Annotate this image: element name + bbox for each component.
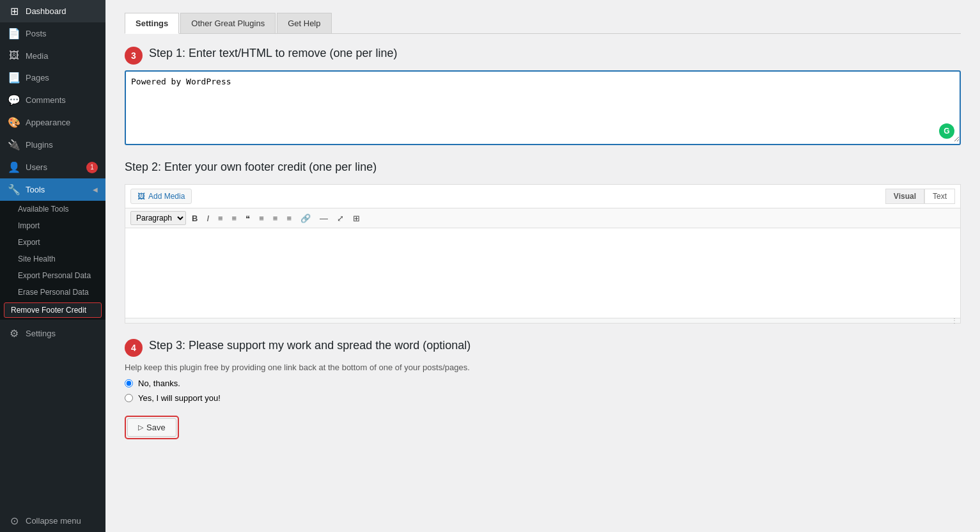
support-options: No, thanks. Yes, I will support you! — [125, 379, 961, 403]
option-yes-support[interactable]: Yes, I will support you! — [125, 393, 961, 403]
align-center-button[interactable]: ≡ — [270, 212, 281, 225]
italic-button[interactable]: I — [203, 212, 212, 225]
step2-section: Step 2: Enter your own footer credit (on… — [125, 160, 961, 324]
step1-textarea[interactable]: Powered by WordPress — [126, 72, 960, 142]
sidebar-item-comments[interactable]: 💬 Comments — [0, 89, 105, 111]
link-button[interactable]: 🔗 — [297, 212, 314, 225]
sidebar-item-import[interactable]: Import — [0, 217, 105, 234]
tab-text[interactable]: Text — [924, 189, 955, 204]
editor-view-tabs: Visual Text — [885, 189, 955, 204]
tab-settings[interactable]: Settings — [125, 13, 179, 34]
sidebar-item-posts[interactable]: 📄 Posts — [0, 22, 105, 45]
step3-title: Step 3: Please support my work and sprea… — [149, 339, 471, 352]
editor-content[interactable] — [125, 228, 960, 318]
pages-icon: 📃 — [8, 72, 20, 84]
sidebar-item-remove-footer[interactable]: Remove Footer Credit — [4, 302, 102, 318]
radio-yes-support[interactable] — [125, 394, 133, 402]
editor-toolbar: Paragraph B I ≡ ≡ ❝ ≡ ≡ ≡ 🔗 — ⤢ ⊞ — [125, 208, 960, 228]
posts-icon: 📄 — [8, 27, 20, 40]
option-no-thanks[interactable]: No, thanks. — [125, 379, 961, 388]
step2-header: Step 2: Enter your own footer credit (on… — [125, 160, 961, 182]
users-badge: 1 — [86, 162, 98, 173]
grammarly-icon: G — [939, 123, 954, 139]
editor-topbar: 🖼 Add Media Visual Text — [125, 185, 960, 208]
appearance-icon: 🎨 — [8, 116, 20, 129]
step1-textarea-wrapper: Powered by WordPress G — [125, 70, 961, 145]
sidebar-item-export[interactable]: Export — [0, 234, 105, 251]
sidebar-item-appearance[interactable]: 🎨 Appearance — [0, 111, 105, 134]
collapse-menu-button[interactable]: ⊙ Collapse menu — [0, 510, 105, 532]
sidebar-item-available-tools[interactable]: Available Tools — [0, 201, 105, 217]
bold-button[interactable]: B — [189, 212, 201, 225]
main-content: Settings Other Great Plugins Get Help 3 … — [105, 0, 980, 532]
align-left-button[interactable]: ≡ — [256, 212, 267, 225]
paragraph-select[interactable]: Paragraph — [130, 211, 186, 225]
tabs-bar: Settings Other Great Plugins Get Help — [125, 13, 961, 34]
sidebar-item-pages[interactable]: 📃 Pages — [0, 66, 105, 89]
tab-visual[interactable]: Visual — [885, 189, 924, 204]
step1-title: Step 1: Enter text/HTML to remove (one p… — [149, 47, 398, 60]
radio-no-thanks[interactable] — [125, 379, 133, 387]
save-button[interactable]: ▷ Save — [127, 418, 176, 437]
sidebar-item-media[interactable]: 🖼 Media — [0, 45, 105, 66]
editor-wrapper: 🖼 Add Media Visual Text Paragraph B — [125, 184, 961, 324]
sidebar-item-users[interactable]: 👤 Users 1 — [0, 156, 105, 178]
step1-header: 3 Step 1: Enter text/HTML to remove (one… — [125, 47, 961, 68]
sidebar-item-dashboard[interactable]: ⊞ Dashboard — [0, 0, 105, 22]
fullscreen-button[interactable]: ⤢ — [334, 212, 347, 225]
collapse-icon: ⊙ — [8, 515, 20, 527]
step3-section: 4 Step 3: Please support my work and spr… — [125, 339, 961, 403]
editor-resize-handle[interactable]: ⋮ — [125, 318, 960, 323]
ordered-list-button[interactable]: ≡ — [229, 212, 240, 225]
step3-header: 4 Step 3: Please support my work and spr… — [125, 339, 961, 360]
sidebar: ⊞ Dashboard 📄 Posts 🖼 Media 📃 Pages 💬 Co… — [0, 0, 105, 532]
step3-description: Help keep this plugin free by providing … — [125, 363, 961, 372]
dashboard-icon: ⊞ — [8, 5, 20, 17]
tab-other-plugins[interactable]: Other Great Plugins — [180, 13, 276, 33]
step3-badge: 4 — [125, 339, 143, 357]
tab-get-help[interactable]: Get Help — [277, 13, 331, 33]
add-media-icon: 🖼 — [137, 192, 145, 201]
sidebar-item-site-health[interactable]: Site Health — [0, 251, 105, 267]
users-icon: 👤 — [8, 161, 20, 173]
unordered-list-button[interactable]: ≡ — [215, 212, 226, 225]
media-icon: 🖼 — [8, 50, 20, 61]
step1-badge: 3 — [125, 47, 143, 65]
sidebar-item-export-personal[interactable]: Export Personal Data — [0, 267, 105, 284]
step1-section: 3 Step 1: Enter text/HTML to remove (one… — [125, 47, 961, 145]
settings-icon: ⚙ — [8, 327, 20, 340]
add-media-button[interactable]: 🖼 Add Media — [130, 189, 192, 204]
plugins-icon: 🔌 — [8, 139, 20, 151]
tools-icon: 🔧 — [8, 184, 20, 196]
sidebar-item-erase-personal[interactable]: Erase Personal Data — [0, 284, 105, 301]
align-right-button[interactable]: ≡ — [283, 212, 295, 225]
hr-button[interactable]: — — [316, 212, 331, 225]
more-button[interactable]: ⊞ — [350, 212, 363, 225]
sidebar-item-settings[interactable]: ⚙ Settings — [0, 322, 105, 345]
step2-title: Step 2: Enter your own footer credit (on… — [125, 160, 377, 174]
sidebar-item-tools[interactable]: 🔧 Tools — [0, 178, 105, 201]
save-button-area: ▷ Save — [125, 416, 961, 439]
comments-icon: 💬 — [8, 94, 20, 106]
cursor-icon: ▷ — [138, 423, 143, 432]
blockquote-button[interactable]: ❝ — [242, 212, 253, 225]
sidebar-item-plugins[interactable]: 🔌 Plugins — [0, 134, 105, 156]
tools-submenu: Available Tools Import Export Site Healt… — [0, 201, 105, 320]
save-btn-wrapper: ▷ Save — [125, 416, 179, 439]
